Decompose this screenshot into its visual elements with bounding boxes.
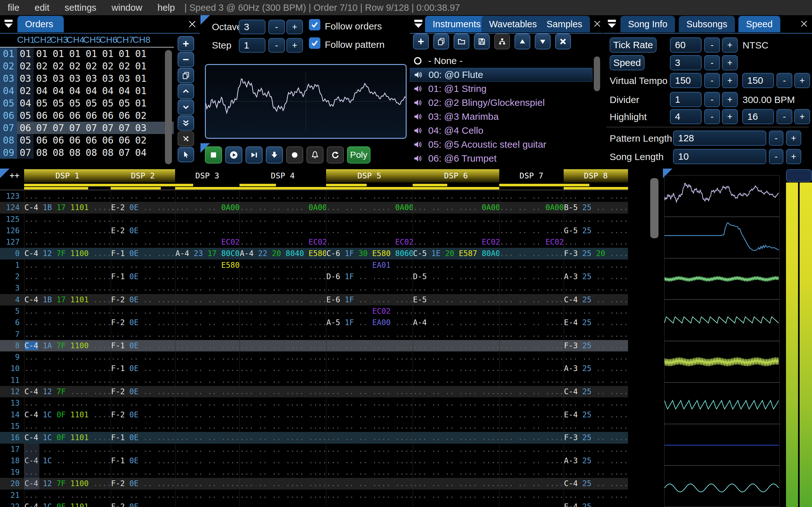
pattern-cell[interactable]: ... .. .. .... (499, 409, 564, 420)
pattern-cell[interactable]: ... .. .. .... EC02 (326, 236, 413, 248)
instrument-item[interactable]: 06: @6 Trumpet (410, 152, 593, 165)
pattern-cell[interactable]: C-4 1A 7F 1100 .... (24, 340, 111, 351)
pattern-cell[interactable]: ... .. .. .... (111, 490, 175, 501)
pattern-cell[interactable]: ... .. .. .... (499, 432, 564, 443)
stop-button[interactable] (205, 147, 222, 164)
order-cell[interactable]: 01 (133, 97, 149, 109)
order-cell[interactable]: 01 (34, 48, 50, 60)
pattern-cell[interactable]: ... .. .. .... (499, 340, 564, 351)
octave-increase-button[interactable]: + (287, 20, 303, 34)
pattern-cell[interactable]: ... .. .. .... .... (326, 490, 413, 501)
pattern-cell[interactable]: ... .. .. .... (564, 190, 628, 202)
delete-button[interactable] (555, 34, 571, 49)
orders-row[interactable]: 010101010101010101 (0, 48, 174, 60)
pattern-cell[interactable]: C-4 1C 0F 1101 .... (24, 501, 111, 507)
change-all-button[interactable] (177, 131, 194, 147)
order-cell[interactable]: 05 (100, 97, 116, 109)
order-cell[interactable]: 03 (67, 72, 83, 84)
pattern-cell[interactable]: ... .. .. .... .... (326, 409, 413, 420)
pattern-cell[interactable]: ... .. .. .... (499, 260, 564, 271)
add-button[interactable] (177, 36, 194, 51)
highlight-input[interactable]: 4 (670, 109, 702, 124)
order-cell[interactable]: 06 (116, 109, 133, 122)
pattern-cell[interactable]: ... .. .. .... (564, 260, 628, 271)
toggle-folders-button[interactable] (494, 34, 510, 49)
pattern-cell[interactable]: ... .. .. .... .... (413, 432, 499, 443)
pattern-cell[interactable]: ... .. .. .... .... (326, 386, 413, 397)
pattern-cell[interactable]: C-5 1E 20 E587 80A0 (413, 248, 499, 259)
order-cell[interactable]: 01 (116, 48, 133, 60)
collapse-icon[interactable] (606, 18, 618, 30)
order-cell[interactable]: 02 (133, 134, 149, 147)
pattern-cell[interactable]: ... .. .. .... (175, 329, 240, 340)
pattern-cell[interactable]: ... .. .. .... .... (413, 282, 499, 294)
close-icon[interactable] (188, 20, 197, 29)
orders-row[interactable]: 070607070707070703 (0, 122, 174, 134)
pattern-cell[interactable]: F-3 25 .. .... (564, 432, 628, 443)
pattern-cell[interactable]: A-5 1F .. EA00 .... (326, 317, 413, 328)
instrument-item[interactable]: 01: @1 String (410, 82, 593, 96)
orders-row[interactable]: 080506060606060602 (0, 134, 174, 147)
order-cell[interactable]: 03 (34, 72, 50, 84)
pattern-corner-expand[interactable]: ++ (9, 170, 19, 180)
tick-rate-decrease-button[interactable]: - (704, 38, 720, 53)
pattern-cell[interactable]: ... .. .. .... .... (413, 225, 499, 236)
tab-song-info[interactable]: Song Info (620, 16, 675, 32)
pattern-cell[interactable]: ... .. .. E580 (175, 260, 240, 271)
duplicate-button[interactable] (177, 68, 194, 83)
pattern-cell[interactable]: ... .. .. .... (175, 386, 240, 397)
order-cell[interactable]: 05 (17, 134, 34, 147)
pattern-cell[interactable]: ... .. .. .... .... (240, 282, 326, 294)
order-cell[interactable]: 06 (83, 109, 100, 122)
pattern-cell[interactable]: ... .. .. .... (175, 420, 240, 432)
order-cell[interactable]: 01 (67, 48, 83, 60)
pattern-cell[interactable]: F-1 0E .. .... (111, 248, 175, 259)
divider-increase-button[interactable]: + (722, 92, 738, 107)
pattern-cell[interactable]: ... .. .. .... .... (240, 294, 326, 305)
pattern-cell[interactable]: ... .. .. .... .... (326, 351, 413, 363)
play-pattern-button[interactable] (246, 147, 263, 164)
pattern-cell[interactable]: ... .. .. .... .... (240, 190, 326, 202)
pattern-cell[interactable]: ... .. .. .... .... (24, 317, 111, 328)
octave-decrease-button[interactable]: - (268, 20, 285, 34)
order-cell[interactable]: 05 (83, 97, 100, 109)
order-cell[interactable]: 05 (50, 97, 67, 109)
pattern-row-0[interactable]: 0C-4 12 7F 1100 ....F-1 0E .. ....A-4 23… (0, 248, 628, 259)
highlight-2-increase-button[interactable]: + (794, 109, 810, 124)
order-cell[interactable]: 07 (83, 122, 100, 134)
pattern-cell[interactable]: ... .. .. .... .... (413, 501, 499, 507)
orders-row[interactable]: 060506060606060602 (0, 109, 174, 122)
record-button[interactable] (286, 147, 303, 164)
pattern-cell[interactable]: ... .. .. .... .... (413, 455, 499, 466)
collapse-icon[interactable] (413, 18, 424, 30)
pattern-cell[interactable]: ... .. .. .... (175, 466, 240, 478)
song-length-increase-button[interactable]: + (786, 149, 801, 164)
pattern-cell[interactable]: ... .. .. .... (175, 490, 240, 501)
pattern-cell[interactable]: ... .. .. .... (499, 282, 564, 294)
pattern-cell[interactable]: ... .. .. .... .... (326, 225, 413, 236)
pattern-cell[interactable]: ... .. .. .... 0A00 (240, 202, 326, 213)
pattern-cell[interactable]: E-6 1F .. .... .... (326, 294, 413, 305)
pattern-cell[interactable]: ... .. .. .... (111, 397, 175, 409)
pattern-cell[interactable]: ... .. .. .... (175, 455, 240, 466)
order-cell[interactable]: 04 (83, 84, 100, 97)
pattern-row-22[interactable]: 22C-4 1C 0F 1101 ....F-2 0E .. ....... .… (0, 501, 628, 507)
menu-window[interactable]: window (104, 0, 150, 15)
play-button[interactable] (225, 147, 242, 164)
pattern-cell[interactable]: ... .. .. .... (499, 317, 564, 328)
order-cell[interactable]: 07 (34, 122, 50, 134)
speed-input[interactable]: 3 (670, 55, 702, 70)
pattern-cell[interactable]: ... .. .. .... .... (240, 214, 326, 225)
pattern-cell[interactable]: ... .. .. .... .... (240, 386, 326, 397)
pattern-cell[interactable]: ... .. .. .... .... (24, 214, 111, 225)
pattern-cell[interactable]: ... .. .. .... (111, 420, 175, 432)
pattern-cell[interactable]: ... .. .. .... (499, 478, 564, 489)
pattern-cell[interactable]: ... .. .. .... .... (24, 282, 111, 294)
pattern-cell[interactable]: ... .. .. .... .... (326, 282, 413, 294)
pattern-row-125[interactable]: 125... .. .. .... ....... .. .. ....... … (0, 214, 628, 225)
order-cell[interactable]: 08 (67, 147, 83, 159)
channel-header-1[interactable]: DSP 1 (24, 169, 111, 182)
order-cell[interactable]: 03 (83, 72, 100, 84)
speed-decrease-button[interactable]: - (704, 55, 720, 70)
pattern-cell[interactable]: ... .. .. .... (175, 432, 240, 443)
